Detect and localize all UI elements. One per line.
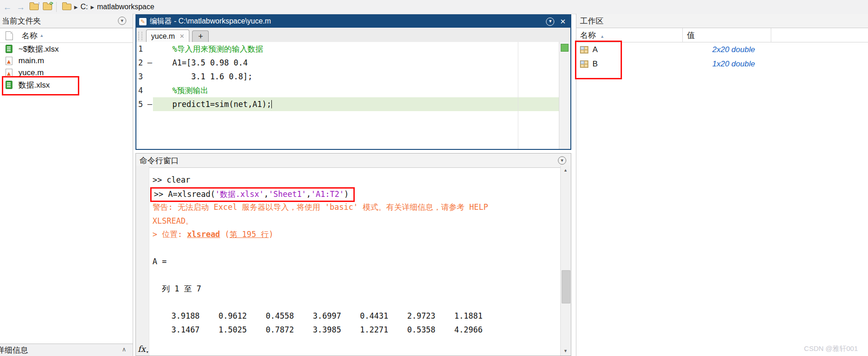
breadcrumb-drive[interactable]: C: — [81, 3, 88, 11]
sort-ascending-icon: ▲ — [600, 34, 604, 39]
ws-value-column-label: 值 — [687, 30, 695, 41]
tab-close-icon[interactable]: ✕ — [180, 33, 185, 40]
command-segment: XLSREAD。 — [152, 216, 194, 225]
scroll-down-icon[interactable]: ▼ — [561, 346, 570, 356]
error-link[interactable]: 第 195 行 — [229, 230, 269, 239]
tab-label: yuce.m — [151, 32, 175, 41]
executable-line-dash: — — [147, 56, 152, 70]
command-line: A = — [149, 255, 561, 269]
details-bar[interactable]: 详细信息 ∧ — [0, 344, 133, 356]
tab-yuce[interactable]: yuce.m ✕ — [146, 30, 189, 42]
up-one-level-button[interactable]: ↑ — [28, 1, 40, 12]
executable-line-dash: — — [147, 97, 152, 111]
new-tab-button[interactable]: + — [192, 30, 209, 42]
ws-name-column-label: 名称 — [580, 31, 596, 40]
code-segment: A1=[3.5 0.98 0.4 — [172, 58, 248, 67]
code-text: A1=[3.5 0.98 0.4 — [172, 56, 248, 70]
command-segment: >> A=xlsread( — [154, 190, 215, 199]
forward-button[interactable]: → — [15, 1, 27, 12]
command-output: >> clear>> A=xlsread('数据.xlsx','Sheet1',… — [149, 166, 561, 356]
file-list-column-header[interactable]: 名称 ▲ — [0, 28, 133, 43]
editor-menu-icon[interactable]: ▼ — [546, 18, 554, 26]
column-separator[interactable] — [771, 28, 771, 42]
scrollbar-thumb[interactable] — [562, 270, 570, 303]
code-line[interactable]: 3 3.1 1.6 0.8]; — [136, 70, 570, 83]
command-segment: ( — [220, 230, 229, 239]
file-row[interactable]: yuce.m — [0, 67, 133, 79]
matlab-file-icon — [6, 57, 12, 65]
command-segment: A = — [152, 257, 167, 266]
excel-file-icon — [6, 81, 12, 89]
code-line[interactable]: 4%预测输出 — [136, 83, 570, 97]
workspace-variable-row[interactable]: B1x20 double — [576, 57, 868, 71]
scroll-up-icon[interactable]: ▲ — [561, 166, 570, 175]
file-name: main.m — [18, 56, 44, 65]
command-scrollbar[interactable]: ▲ ▼ — [560, 166, 571, 356]
command-segment: 3.9188 0.9612 0.4558 3.6997 0.4431 2.972… — [152, 311, 482, 320]
command-segment: ) — [344, 190, 349, 199]
command-window-panel: 命令行窗口 ▼ fx >> clear>> A=xlsread('数据.xlsx… — [135, 153, 571, 356]
error-link[interactable]: xlsread — [187, 230, 220, 239]
file-row[interactable]: main.m — [0, 55, 133, 67]
file-row[interactable]: 数据.xlsx — [0, 79, 133, 91]
command-segment: 3.1467 1.5025 0.7872 3.3985 1.2271 0.535… — [152, 325, 482, 334]
command-line — [149, 296, 561, 310]
editor-message-strip[interactable] — [559, 42, 570, 149]
code-line[interactable]: 2—A1=[3.5 0.98 0.4 — [136, 56, 570, 70]
command-line: XLSREAD。 — [149, 214, 561, 228]
watermark: CSDN @雅轩001 — [804, 344, 858, 353]
current-folder-icon — [62, 4, 71, 10]
command-line: 3.1467 1.5025 0.7872 3.3985 1.2271 0.535… — [149, 323, 561, 337]
code-text: %预测输出 — [172, 83, 208, 97]
panel-menu-icon[interactable]: ▼ — [118, 17, 126, 25]
workspace-title: 工作区 — [580, 16, 604, 26]
fx-icon[interactable]: fx — [138, 344, 146, 354]
current-folder-header: 当前文件夹 ▼ — [0, 14, 133, 28]
code-text: predict1=sim(net,A1); — [172, 97, 272, 111]
code-text: 3.1 1.6 0.8]; — [172, 70, 252, 83]
code-line[interactable]: 1%导入用来预测的输入数据 — [136, 42, 570, 56]
code-area[interactable]: 1%导入用来预测的输入数据2—A1=[3.5 0.98 0.43 3.1 1.6… — [136, 42, 570, 149]
file-row[interactable]: ~$数据.xlsx — [0, 43, 133, 55]
browse-folder-button[interactable]: ⟳ — [41, 1, 53, 12]
current-folder-title: 当前文件夹 — [2, 16, 41, 26]
editor-panel: ✎ 编辑器 - C:\matlabworkspace\yuce.m ▼ ✕ yu… — [135, 14, 571, 150]
command-line: 3.9188 0.9612 0.4558 3.6997 0.4431 2.972… — [149, 309, 561, 323]
name-column-label: 名称 — [22, 30, 37, 41]
command-segment: >> clear — [152, 175, 190, 184]
editor-pencil-icon: ✎ — [139, 18, 147, 25]
workspace-column-header[interactable]: 名称 ▲ 值 — [576, 28, 868, 42]
code-text: %导入用来预测的输入数据 — [172, 42, 263, 56]
file-name: yuce.m — [18, 68, 44, 77]
command-window-title: 命令行窗口 — [140, 155, 179, 166]
blank-file-icon — [6, 31, 13, 40]
breadcrumb-caret-icon: ▶ — [74, 5, 78, 10]
folder-browse-icon: ⟳ — [43, 4, 52, 10]
back-button[interactable]: ← — [1, 1, 13, 12]
sort-ascending-icon: ▲ — [40, 33, 44, 38]
code-segment: predict1=sim(net,A1); — [172, 100, 271, 109]
editor-titlebar[interactable]: ✎ 编辑器 - C:\matlabworkspace\yuce.m ▼ ✕ — [136, 15, 570, 28]
text-cursor — [271, 100, 272, 108]
command-segment: ) — [269, 230, 273, 239]
command-segment: 'A1:T2' — [311, 190, 344, 199]
line-number: 5 — [138, 97, 146, 111]
matlab-file-icon — [6, 69, 12, 77]
column-margin-line — [518, 42, 518, 149]
line-number: 1 — [138, 42, 146, 56]
panel-menu-icon[interactable]: ▼ — [558, 156, 566, 165]
workspace-variable-row[interactable]: A2x20 double — [576, 42, 868, 57]
variable-name: B — [592, 59, 598, 69]
tab-drag-handle[interactable] — [138, 32, 142, 40]
breadcrumb-folder[interactable]: matlabworkspace — [97, 3, 154, 11]
editor-close-icon[interactable]: ✕ — [560, 18, 566, 26]
command-line: > 位置: xlsread (第 195 行) — [149, 228, 561, 242]
current-folder-panel: 当前文件夹 ▼ 名称 ▲ ~$数据.xlsxmain.myuce.m数据.xls… — [0, 14, 133, 344]
command-line — [149, 242, 561, 255]
matrix-variable-icon — [580, 46, 588, 53]
command-window-content[interactable]: fx >> clear>> A=xlsread('数据.xlsx','Sheet… — [136, 166, 571, 356]
command-line: >> clear — [149, 173, 561, 187]
variable-name: A — [592, 45, 598, 54]
code-line[interactable]: 5—predict1=sim(net,A1); — [136, 97, 570, 111]
column-separator[interactable] — [682, 28, 683, 42]
